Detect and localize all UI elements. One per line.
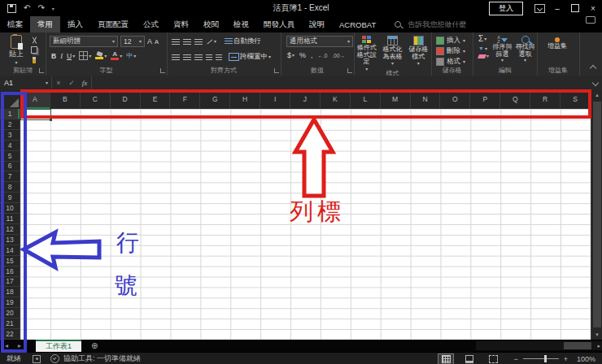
- ribbon-tab-公式[interactable]: 公式: [136, 16, 166, 32]
- formula-input[interactable]: [91, 76, 589, 89]
- column-header-N[interactable]: N: [411, 89, 441, 109]
- row-header-4[interactable]: 4: [0, 141, 20, 151]
- font-name-combo[interactable]: 新細明體 ▾: [50, 36, 118, 47]
- clipboard-dialog-launcher[interactable]: [39, 68, 44, 73]
- phonetic-guide-button[interactable]: 中▾: [126, 53, 136, 59]
- undo-icon[interactable]: ↶: [24, 4, 30, 12]
- column-header-J[interactable]: J: [290, 89, 321, 109]
- new-sheet-icon[interactable]: ⊕: [81, 341, 107, 350]
- row-header-2[interactable]: 2: [0, 119, 20, 130]
- paste-dropdown-icon[interactable]: ▾: [15, 60, 17, 65]
- comment-icon[interactable]: [586, 16, 595, 24]
- ribbon-tab-校閱[interactable]: 校閱: [196, 16, 226, 32]
- page-layout-view-button[interactable]: [462, 354, 477, 364]
- column-header-Q[interactable]: Q: [500, 89, 530, 109]
- ribbon-tab-ACROBAT[interactable]: ACROBAT: [332, 16, 383, 32]
- align-middle-icon[interactable]: [183, 39, 191, 45]
- scroll-right-icon[interactable]: ▸: [597, 343, 600, 349]
- sign-in-button[interactable]: 登入: [489, 2, 523, 15]
- number-format-combo[interactable]: 通用格式 ▾: [286, 36, 353, 47]
- ribbon-display-options-icon[interactable]: [534, 4, 545, 13]
- row-header-21[interactable]: 21: [0, 318, 20, 329]
- close-button[interactable]: ×: [584, 0, 602, 16]
- column-header-F[interactable]: F: [170, 89, 200, 109]
- row-header-10[interactable]: 10: [0, 203, 20, 214]
- align-center-icon[interactable]: [183, 54, 191, 60]
- collapse-ribbon-icon[interactable]: [590, 65, 596, 72]
- row-header-7[interactable]: 7: [0, 171, 20, 182]
- currency-button[interactable]: $▾: [287, 51, 294, 59]
- row-header-19[interactable]: 19: [0, 297, 20, 308]
- scroll-down-icon[interactable]: ▼: [591, 329, 602, 340]
- row-header-20[interactable]: 20: [0, 308, 20, 318]
- collapse-formula-bar-icon[interactable]: [589, 80, 602, 85]
- font-color-button[interactable]: A▾: [111, 51, 122, 60]
- align-right-icon[interactable]: [194, 54, 203, 60]
- alignment-dialog-launcher[interactable]: [274, 68, 279, 73]
- page-break-view-button[interactable]: [486, 354, 500, 364]
- cut-icon[interactable]: [31, 37, 37, 43]
- italic-button[interactable]: I: [60, 52, 63, 60]
- zoom-out-button[interactable]: −: [513, 355, 517, 363]
- column-header-B[interactable]: B: [50, 89, 81, 109]
- horizontal-scroll-thumb[interactable]: [564, 342, 591, 349]
- fill-color-button[interactable]: ▾: [95, 52, 107, 59]
- delete-cells-button[interactable]: 刪除▾: [436, 46, 473, 56]
- row-header-9[interactable]: 9: [0, 193, 20, 203]
- autosum-button[interactable]: Σ▾: [478, 35, 489, 43]
- grow-font-button[interactable]: A: [147, 37, 152, 46]
- increase-decimal-button[interactable]: ←.0: [318, 53, 328, 58]
- insert-function-icon[interactable]: fx: [78, 79, 91, 87]
- name-box[interactable]: A1 ▾: [0, 76, 52, 89]
- ribbon-tab-資料[interactable]: 資料: [166, 16, 196, 32]
- row-header-1[interactable]: 1: [0, 109, 20, 119]
- column-header-M[interactable]: M: [381, 89, 411, 109]
- row-header-15[interactable]: 15: [0, 256, 20, 266]
- row-header-14[interactable]: 14: [0, 245, 20, 256]
- column-header-D[interactable]: D: [111, 89, 141, 109]
- column-header-L[interactable]: L: [351, 89, 381, 109]
- row-header-17[interactable]: 17: [0, 277, 20, 288]
- increase-indent-icon[interactable]: [216, 54, 222, 60]
- comma-button[interactable]: ,: [311, 51, 313, 59]
- row-header-11[interactable]: 11: [0, 214, 20, 224]
- column-header-K[interactable]: K: [321, 89, 351, 109]
- enter-icon[interactable]: ✓: [65, 79, 78, 87]
- align-bottom-icon[interactable]: [194, 39, 203, 45]
- row-header-12[interactable]: 12: [0, 224, 20, 235]
- column-header-C[interactable]: C: [81, 89, 111, 109]
- vertical-scroll-thumb[interactable]: [593, 102, 601, 327]
- zoom-level[interactable]: 100%: [568, 355, 602, 363]
- orientation-button[interactable]: ▾: [206, 38, 216, 46]
- ribbon-tab-file[interactable]: 檔案: [0, 16, 30, 32]
- column-header-E[interactable]: E: [141, 89, 171, 109]
- paste-button[interactable]: 貼上 ▾: [4, 35, 28, 65]
- maximize-button[interactable]: [566, 0, 584, 16]
- sheet-tab-worksheet1[interactable]: 工作表1: [36, 340, 81, 352]
- fill-button[interactable]: ▼▾: [478, 46, 489, 51]
- addins-button[interactable]: 增益集: [547, 37, 568, 50]
- vertical-scrollbar[interactable]: ▲ ▼: [591, 89, 602, 340]
- font-dialog-launcher[interactable]: [160, 68, 165, 73]
- decrease-indent-icon[interactable]: [206, 54, 212, 60]
- normal-view-button[interactable]: [438, 354, 453, 364]
- minimize-button[interactable]: –: [548, 0, 566, 16]
- ribbon-tab-檢視[interactable]: 檢視: [226, 16, 256, 32]
- row-header-6[interactable]: 6: [0, 162, 20, 172]
- column-header-A[interactable]: A: [20, 89, 50, 109]
- row-header-3[interactable]: 3: [0, 130, 20, 141]
- select-all-button[interactable]: [0, 89, 21, 110]
- underline-button[interactable]: U▾: [67, 52, 75, 60]
- find-select-button[interactable]: 尋找與選取 ▾: [514, 36, 536, 63]
- borders-button[interactable]: ▾: [79, 51, 91, 60]
- row-header-5[interactable]: 5: [0, 151, 20, 162]
- copy-icon[interactable]: [31, 46, 37, 54]
- align-top-icon[interactable]: [172, 39, 180, 45]
- redo-icon[interactable]: ↷: [37, 4, 44, 12]
- column-header-S[interactable]: S: [561, 89, 591, 109]
- row-header-18[interactable]: 18: [0, 287, 20, 297]
- align-left-icon[interactable]: [172, 54, 180, 60]
- column-header-H[interactable]: H: [230, 89, 260, 109]
- worksheet-grid[interactable]: [20, 109, 591, 340]
- column-header-G[interactable]: G: [200, 89, 230, 109]
